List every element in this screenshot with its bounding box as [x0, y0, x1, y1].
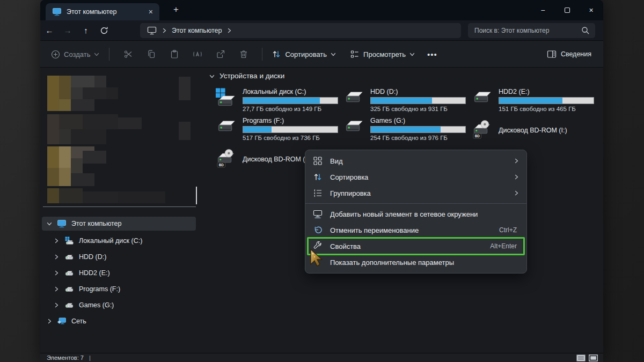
menu-item-группировка[interactable]: Группировка — [305, 185, 526, 201]
chevron-right-icon — [514, 190, 519, 196]
pixelated-block — [59, 168, 71, 186]
back-button[interactable]: ← — [40, 26, 58, 35]
pixelated-block — [59, 99, 71, 111]
minimize-button[interactable]: − — [531, 0, 555, 20]
wrench-icon — [313, 241, 323, 251]
chevron-down-icon[interactable] — [209, 73, 215, 79]
delete-button[interactable] — [238, 49, 249, 59]
computer-icon — [52, 8, 62, 16]
grid-icon — [313, 156, 323, 166]
sidebar: Этот компьютерЛокальный диск (C:)HDD (D:… — [40, 68, 201, 353]
drive-tile[interactable]: Games (G:)254 ГБ свободно из 976 ГБ — [342, 116, 467, 143]
pixelated-block — [83, 191, 118, 203]
more-options-button[interactable]: ••• — [427, 50, 438, 59]
paste-button[interactable] — [169, 49, 180, 59]
sidebar-item[interactable]: Локальный диск (C:) — [42, 234, 196, 248]
chevron-right-icon — [54, 270, 59, 276]
cut-button[interactable] — [122, 49, 134, 59]
pixelated-block — [47, 146, 59, 168]
menu-item-свойства[interactable]: СвойстваAlt+Enter — [305, 238, 526, 254]
refresh-button[interactable] — [95, 26, 113, 35]
pixelated-block — [83, 151, 106, 164]
details-view-button[interactable] — [576, 354, 586, 361]
tab-close-icon[interactable]: × — [148, 8, 154, 16]
navigation-bar: ← → ↑ Этот компьютер — [40, 20, 603, 41]
sort-button[interactable]: Сортировать — [272, 49, 336, 59]
plus-circle-icon — [51, 50, 60, 59]
search-box[interactable] — [468, 23, 595, 38]
sort-icon — [313, 172, 323, 182]
explorer-tab[interactable]: Этот компьютер × — [46, 3, 159, 20]
network-icon — [57, 317, 67, 326]
menu-item-сортировка[interactable]: Сортировка — [305, 169, 526, 185]
status-bar: Элементов: 7 | — [40, 353, 603, 362]
drive3d-icon — [342, 87, 365, 114]
computer-icon — [57, 219, 67, 228]
close-button[interactable]: × — [579, 0, 603, 20]
pixelated-block — [106, 87, 118, 99]
menu-item-добавить[interactable]: Добавить новый элемент в сетевое окружен… — [305, 206, 526, 222]
sidebar-item[interactable]: Games (G:) — [42, 298, 196, 312]
chevron-right-icon[interactable] — [162, 28, 167, 33]
refresh-icon — [100, 26, 108, 35]
large-icons-view-button[interactable] — [589, 354, 598, 361]
chevron-down-icon — [409, 51, 415, 57]
pixelated-block — [71, 173, 94, 186]
sidebar-scrollbar[interactable] — [196, 187, 197, 204]
details-pane-button[interactable]: Сведения — [547, 50, 591, 58]
new-tab-button[interactable]: + — [173, 4, 179, 15]
pixelated-block — [179, 77, 191, 100]
menu-item-отменить[interactable]: Отменить переименованиеCtrl+Z — [305, 222, 526, 238]
drive-tile[interactable]: BDДисковод BD-ROM (I:) — [471, 116, 595, 143]
chevron-right-icon[interactable] — [226, 28, 232, 33]
pixelated-block — [59, 114, 83, 129]
drive-tile[interactable]: Programs (F:)517 ГБ свободно из 736 ГБ — [215, 116, 339, 143]
drive-usage-bar — [370, 97, 466, 104]
menu-item-показать[interactable]: Показать дополнительные параметры — [305, 254, 526, 270]
address-bar[interactable]: Этот компьютер — [140, 23, 461, 38]
sidebar-item[interactable]: Programs (F:) — [42, 282, 196, 296]
menu-item-label: Вид — [330, 157, 509, 165]
drive-name: HDD (D:) — [370, 88, 467, 95]
undo-icon — [313, 225, 323, 235]
drive-tile[interactable]: Локальный диск (C:)27,7 ГБ свободно из 1… — [215, 87, 339, 114]
view-layout-icon — [350, 49, 360, 59]
forward-button[interactable]: → — [58, 26, 77, 35]
maximize-icon — [564, 7, 570, 13]
create-label: Создать — [64, 50, 90, 58]
copy-icon — [147, 49, 156, 59]
sidebar-item-label: Локальный диск (C:) — [79, 237, 142, 245]
pixelated-block — [83, 87, 106, 99]
share-button[interactable] — [215, 49, 226, 59]
sidebar-item[interactable]: Сеть — [42, 314, 196, 328]
breadcrumb-item[interactable]: Этот компьютер — [172, 27, 222, 34]
create-button[interactable]: Создать — [51, 50, 99, 59]
pixelated-block — [71, 99, 94, 111]
section-devices-and-drives[interactable]: Устройства и диски — [209, 72, 284, 80]
menu-item-вид[interactable]: Вид — [305, 153, 526, 169]
drive-icon — [64, 253, 74, 261]
computer-icon — [147, 26, 157, 35]
pixelated-block — [47, 76, 59, 111]
system-drive3d-icon — [215, 87, 238, 114]
search-input[interactable] — [474, 27, 581, 34]
view-button[interactable]: Просмотреть — [350, 49, 415, 59]
trash-icon — [239, 49, 248, 59]
maximize-button[interactable] — [555, 0, 579, 20]
drive-icon — [64, 285, 74, 293]
drive-tile[interactable]: HDD (D:)325 ГБ свободно из 931 ГБ — [342, 87, 467, 114]
sidebar-item[interactable]: HDD2 (E:) — [42, 266, 196, 280]
rename-button[interactable] — [192, 49, 203, 59]
copy-button[interactable] — [145, 49, 157, 59]
drive-name: Games (G:) — [370, 117, 467, 124]
drive-free-space: 27,7 ГБ свободно из 149 ГБ — [243, 106, 339, 112]
sidebar-item-label: HDD (D:) — [79, 253, 106, 261]
up-button[interactable]: ↑ — [77, 26, 95, 35]
chevron-right-icon — [47, 319, 52, 324]
chevron-down-icon — [47, 221, 52, 226]
sidebar-item[interactable]: HDD (D:) — [42, 250, 196, 264]
sidebar-item-label: Programs (F:) — [79, 285, 120, 293]
details-label: Сведения — [561, 50, 591, 58]
drive-tile[interactable]: HDD2 (E:)151 ГБ свободно из 465 ГБ — [471, 87, 595, 114]
sidebar-item[interactable]: Этот компьютер — [42, 217, 196, 231]
